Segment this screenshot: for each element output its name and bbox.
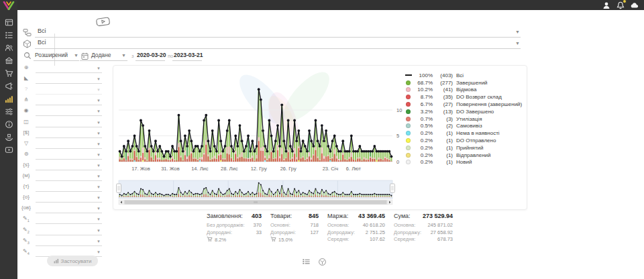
category-filter-value[interactable]: Всі (38, 27, 46, 34)
filter-row-web[interactable]: ⊚▼ (21, 151, 105, 160)
filter-row-var-ov[interactable]: {ов}▼ (21, 205, 105, 214)
legend-item[interactable]: 0.2%(1)Прийнятий (406, 144, 525, 152)
legend-swatch (406, 138, 411, 143)
chart-scrollbar[interactable] (119, 199, 392, 205)
chevron-down-icon[interactable]: ▼ (97, 174, 101, 178)
filter-underline (36, 127, 102, 127)
legend-label: DO Возврат склад (456, 94, 502, 100)
chevron-down-icon[interactable]: ▼ (97, 88, 101, 92)
date-from-input[interactable]: 2020-03-20 (137, 52, 166, 58)
filter-row-area-chart[interactable]: ◣▼ (21, 75, 105, 85)
var-t-icon: {т} (21, 183, 32, 189)
sidebar-item-info[interactable] (0, 118, 17, 131)
profile-icon[interactable] (602, 1, 610, 9)
chevron-down-icon[interactable]: ▼ (97, 196, 101, 200)
filter-row-help[interactable]: ?▼ (21, 86, 105, 95)
legend-item[interactable]: 0.2%(1)Новий (406, 159, 525, 166)
sidebar-item-video[interactable] (0, 144, 17, 156)
filter-row-funnel[interactable]: ▽▼ (21, 140, 105, 150)
sidebar-item-broadcast[interactable] (0, 80, 17, 93)
legend-item[interactable]: 3.2%(13)DO Завершено (406, 108, 525, 115)
chevron-down-icon[interactable]: ▼ (97, 77, 101, 81)
filter-row-hierarchy[interactable]: ⋔▼ (21, 97, 105, 106)
search-mode-caret[interactable]: ▼ (74, 53, 78, 58)
legend-item[interactable]: 0.2%(1)DO Отправлено (406, 137, 525, 144)
filter-row-money[interactable]: [$]▼ (21, 129, 105, 139)
date-to-input[interactable]: 2023-03-21 (174, 52, 203, 58)
funnel-icon: ▽ (21, 140, 32, 146)
table-view-icon[interactable] (302, 257, 311, 266)
legend-item[interactable]: 0.5%(2)Самовивіз (406, 123, 525, 130)
app-logo-icon[interactable] (2, 1, 15, 9)
sidebar-item-integrations[interactable] (0, 105, 17, 118)
chevron-down-icon[interactable]: ▼ (97, 66, 101, 70)
date-to-underline (172, 60, 202, 61)
filter-row-var-t[interactable]: {т}▼ (21, 183, 105, 192)
category-dropdown-caret[interactable]: ▼ (515, 30, 520, 34)
sidebar-item-dashboard[interactable] (0, 16, 17, 29)
legend-swatch (406, 102, 411, 107)
filter-row-fingerprint[interactable]: ◉▼ (21, 107, 105, 117)
sidebar-item-store[interactable] (0, 54, 17, 67)
product-cube-icon (23, 39, 32, 48)
sidebar-item-analytics[interactable] (0, 93, 17, 105)
chevron-down-icon[interactable]: ▼ (97, 153, 101, 157)
product-dropdown-caret[interactable]: ▼ (515, 41, 520, 46)
filter-row-custom-field3[interactable]: ✎3▼ (21, 237, 105, 247)
legend-item[interactable]: 0.2%(1)Нема в наявності (406, 129, 525, 137)
chevron-down-icon[interactable]: ▼ (97, 217, 101, 221)
search-mode-underline (34, 60, 79, 61)
stat-title: Замовлення: (207, 213, 243, 219)
filter-row-var-s[interactable]: {s}▼ (21, 162, 105, 171)
filter-row-globe[interactable]: ⊕▼ (21, 64, 105, 74)
filter-row-var-m[interactable]: {м}▼ (21, 172, 105, 182)
chevron-down-icon[interactable]: ▼ (97, 109, 101, 113)
legend-item[interactable]: 10.2%(41)Відмова (406, 87, 525, 94)
sidebar-item-cart[interactable] (0, 67, 17, 80)
filter-underline (36, 115, 102, 116)
product-filter-value[interactable]: Всі (38, 39, 46, 46)
chevron-down-icon[interactable]: ▼ (97, 142, 101, 146)
filter-underline (36, 202, 102, 203)
bell-icon[interactable] (616, 1, 625, 9)
chevron-down-icon[interactable]: ▼ (97, 131, 101, 135)
stat-row-value: 27 658.92 (431, 229, 453, 237)
filter-row-var-o[interactable]: {о}▼ (21, 194, 105, 203)
chevron-down-icon[interactable]: ▼ (97, 229, 101, 233)
filter-row-package[interactable]: ◫▼ (21, 119, 105, 128)
cloud-icon[interactable] (630, 1, 639, 9)
legend-item[interactable]: 0.2%(1)Відправлений (406, 152, 525, 159)
search-icon[interactable] (23, 50, 32, 59)
chevron-down-icon[interactable]: ▼ (97, 239, 101, 243)
chevron-down-icon[interactable]: ▼ (97, 207, 101, 211)
stat-title: Сума: (394, 213, 411, 219)
legend-item[interactable]: 68.7%(277)Завершений (406, 79, 525, 87)
legend-item[interactable]: 8.7%(35)DO Возврат склад (406, 93, 525, 101)
chevron-down-icon[interactable]: ▼ (97, 99, 101, 103)
sidebar-item-loyalty[interactable] (0, 131, 17, 144)
chart-navigator[interactable] (119, 180, 392, 199)
legend-swatch (406, 123, 411, 128)
legend-item[interactable]: 0.7%(3)Утилізація (406, 115, 525, 123)
app-root: Всі ▼ Всі ▼ Розширений ▼ (0, 0, 644, 279)
chevron-down-icon[interactable]: ▼ (97, 250, 101, 254)
legend-item[interactable]: 6.7%(27)Повернення (завершений) (406, 101, 525, 108)
stat-block: Замовлення:403Без допродажів:370Допродан… (207, 213, 262, 245)
sidebar-item-orders[interactable] (0, 29, 17, 42)
legend-label: Відправлений (456, 152, 491, 158)
filter-row-custom-field2[interactable]: ✎2▼ (21, 227, 105, 236)
search-mode-value[interactable]: Розширений (35, 52, 68, 58)
apply-button[interactable]: Застосувати (47, 256, 98, 266)
legend-label: Самовивіз (456, 123, 482, 129)
legend-item[interactable]: 100%(403)Всі (406, 72, 525, 79)
product-view-icon[interactable] (318, 257, 327, 266)
sidebar-item-customers[interactable] (0, 42, 17, 54)
chevron-down-icon[interactable]: ▼ (97, 164, 101, 168)
date-field-caret[interactable]: ▼ (121, 53, 126, 58)
date-field-value[interactable]: Додане (91, 52, 111, 58)
filter-row-custom-field1[interactable]: ✎1▼ (21, 215, 105, 225)
chevron-down-icon[interactable]: ▼ (97, 185, 101, 189)
custom-field-icon: ✎1 (21, 215, 32, 223)
stat-row: Основна:245 871.02 (394, 222, 453, 229)
chevron-down-icon[interactable]: ▼ (97, 121, 101, 125)
